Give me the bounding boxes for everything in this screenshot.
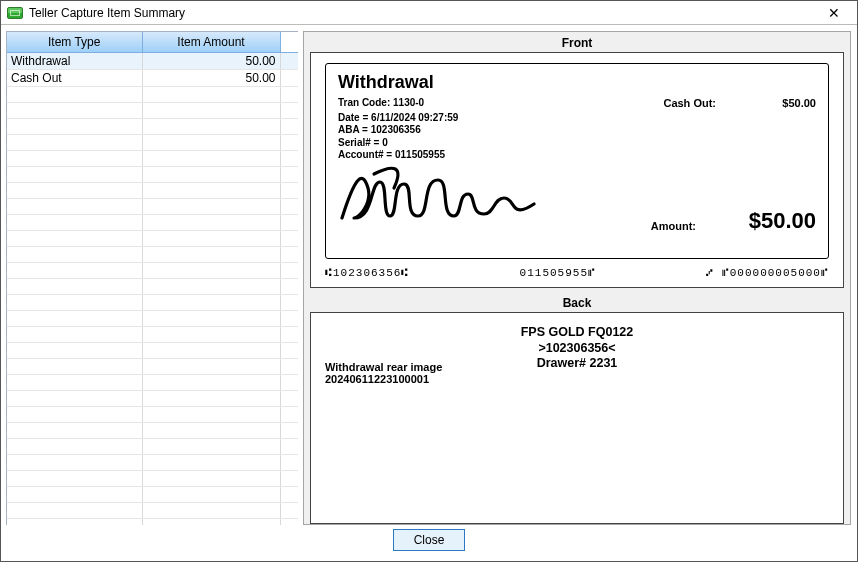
close-button[interactable]: Close [393, 529, 465, 551]
table-row[interactable] [7, 343, 298, 359]
table-row[interactable] [7, 295, 298, 311]
table-row[interactable] [7, 135, 298, 151]
table-row[interactable] [7, 87, 298, 103]
table-row[interactable] [7, 231, 298, 247]
items-grid[interactable]: Item Type Item Amount Withdrawal50.00Cas… [6, 31, 298, 525]
tran-code: Tran Code: 1130-0 [338, 97, 538, 110]
table-row[interactable] [7, 311, 298, 327]
table-row[interactable] [7, 503, 298, 519]
cash-out-label: Cash Out: [663, 97, 716, 110]
table-row[interactable] [7, 487, 298, 503]
micr-amount: ⑇ ⑈000000005000⑈ [706, 267, 829, 279]
micr-routing: ⑆102306356⑆ [325, 267, 409, 279]
cell-item-type: Withdrawal [7, 53, 142, 70]
table-row[interactable] [7, 423, 298, 439]
table-row[interactable] [7, 279, 298, 295]
titlebar: Teller Capture Item Summary ✕ [1, 1, 857, 25]
cell-item-amount: 50.00 [142, 53, 280, 70]
micr-line: ⑆102306356⑆ 011505955⑈ ⑇ ⑈000000005000⑈ [325, 267, 829, 279]
app-icon [7, 7, 23, 19]
table-row[interactable] [7, 455, 298, 471]
table-row[interactable] [7, 183, 298, 199]
table-row[interactable] [7, 119, 298, 135]
back-left-text: Withdrawal rear image20240611223100001 [325, 361, 442, 385]
back-image: FPS GOLD FQ0122>102306356<Drawer# 2231 W… [310, 312, 844, 524]
table-row[interactable] [7, 103, 298, 119]
preview-pane: Front Withdrawal Tran Code: 1130-0 Cash … [303, 31, 851, 525]
cash-out-value: $50.00 [716, 97, 816, 110]
cell-item-type: Cash Out [7, 70, 142, 87]
amount-label: Amount: [651, 220, 696, 232]
table-row[interactable] [7, 151, 298, 167]
back-section-title: Back [310, 296, 844, 310]
table-row[interactable] [7, 199, 298, 215]
front-image: Withdrawal Tran Code: 1130-0 Cash Out: $… [310, 52, 844, 288]
col-header-item-amount[interactable]: Item Amount [142, 32, 280, 53]
amount-value: $50.00 [749, 208, 816, 234]
front-detail-lines: Date = 6/11/2024 09:27:59ABA = 102306356… [338, 112, 816, 162]
col-header-spacer [280, 32, 298, 53]
cell-item-amount: 50.00 [142, 70, 280, 87]
table-row[interactable] [7, 167, 298, 183]
table-row[interactable] [7, 263, 298, 279]
front-section-title: Front [310, 36, 844, 50]
table-row[interactable] [7, 439, 298, 455]
table-row[interactable] [7, 391, 298, 407]
table-row[interactable] [7, 359, 298, 375]
window-title: Teller Capture Item Summary [29, 1, 819, 25]
table-row[interactable] [7, 471, 298, 487]
table-row[interactable] [7, 247, 298, 263]
table-row[interactable]: Withdrawal50.00 [7, 53, 298, 70]
table-row[interactable] [7, 375, 298, 391]
micr-account: 011505955⑈ [520, 267, 596, 279]
front-heading: Withdrawal [338, 72, 816, 93]
table-row[interactable] [7, 327, 298, 343]
table-row[interactable] [7, 519, 298, 526]
table-row[interactable] [7, 215, 298, 231]
table-row[interactable] [7, 407, 298, 423]
grid-header-row: Item Type Item Amount [7, 32, 298, 53]
window-close-button[interactable]: ✕ [819, 1, 849, 25]
col-header-item-type[interactable]: Item Type [7, 32, 142, 53]
table-row[interactable]: Cash Out50.00 [7, 70, 298, 87]
